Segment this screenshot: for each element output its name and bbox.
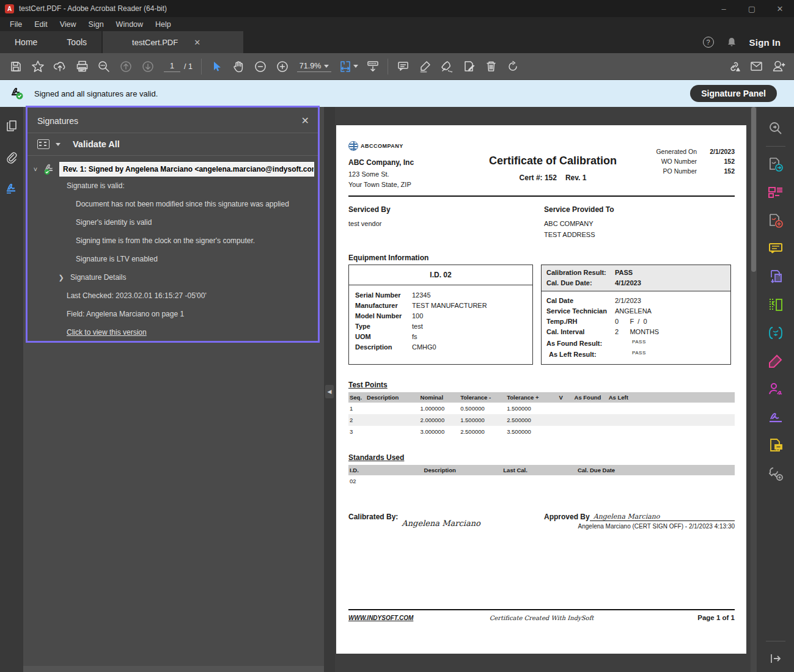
select-tool-button[interactable] xyxy=(205,57,227,76)
panel-options-icon[interactable] xyxy=(37,139,50,149)
view-version-link[interactable]: Click to view this version xyxy=(67,328,147,337)
star-favorites-button[interactable] xyxy=(27,57,49,76)
cal-label: Service Technician xyxy=(546,306,615,316)
combine-files-icon[interactable] xyxy=(762,263,789,291)
chevron-down-icon[interactable] xyxy=(56,143,61,146)
edit-page-button[interactable] xyxy=(458,57,480,76)
organize-pages-icon[interactable] xyxy=(762,291,789,319)
document-viewer[interactable]: ABCCOMPANY ABC Company, Inc 123 Some St.… xyxy=(335,107,751,672)
minimize-button[interactable]: – xyxy=(710,0,738,17)
menu-file[interactable]: File xyxy=(4,17,28,31)
hand-tool-button[interactable] xyxy=(227,57,249,76)
save-button[interactable] xyxy=(5,57,27,76)
more-tools-icon[interactable] xyxy=(762,459,789,488)
footer-center-text: Certificate Created With IndySoft xyxy=(483,615,600,621)
footer-page-number: Page 1 of 1 xyxy=(600,614,735,621)
signature-tree-item[interactable]: ˅ Rev. 1: Signed by Angelena Marciano <a… xyxy=(31,162,314,177)
help-icon[interactable]: ? xyxy=(703,37,714,48)
menu-sign[interactable]: Sign xyxy=(83,17,110,31)
zoom-in-button[interactable] xyxy=(271,57,293,76)
profile-add-button[interactable] xyxy=(767,57,789,76)
expand-panel-icon[interactable] xyxy=(762,650,789,667)
panel-close-icon[interactable]: ✕ xyxy=(301,115,309,126)
signature-panel-button[interactable]: Signature Panel xyxy=(690,85,777,102)
fit-width-dropdown[interactable] xyxy=(335,57,362,76)
cert-number: Cert #: 152 xyxy=(520,173,557,182)
signature-detail-line: Signer's identity is valid xyxy=(31,213,314,232)
export-pdf-icon[interactable] xyxy=(762,150,789,178)
col-id: I.D. xyxy=(348,465,423,475)
as-left-label: As Left Result: xyxy=(546,349,615,360)
edit-pdf-icon[interactable] xyxy=(762,178,789,206)
titlebar: A testCert.PDF - Adobe Acrobat Reader (6… xyxy=(0,0,794,17)
menu-help[interactable]: Help xyxy=(149,17,177,31)
reading-mode-button[interactable] xyxy=(362,57,384,76)
next-page-button[interactable] xyxy=(137,57,159,76)
scrollbar-thumb[interactable] xyxy=(751,107,756,272)
email-button[interactable] xyxy=(745,57,767,76)
signature-details-toggle[interactable]: ❯ Signature Details xyxy=(31,268,314,287)
tab-document[interactable]: testCert.PDF ✕ xyxy=(103,31,243,53)
zoom-level-dropdown[interactable]: 71.9% xyxy=(297,60,331,72)
equipment-title: Equipment Information xyxy=(348,254,735,262)
sign-in-button[interactable]: Sign In xyxy=(749,37,781,48)
tab-home[interactable]: Home xyxy=(0,31,52,53)
compress-pdf-icon[interactable] xyxy=(762,319,789,347)
create-pdf-icon[interactable] xyxy=(762,206,789,235)
certificates-icon[interactable] xyxy=(762,403,789,431)
equip-value: 100 xyxy=(412,311,423,321)
share-link-button[interactable] xyxy=(723,57,745,76)
doc-comment-icon[interactable] xyxy=(762,431,789,459)
fill-sign-tool-icon[interactable] xyxy=(762,347,789,375)
comment-tool-icon[interactable] xyxy=(762,235,789,263)
search-button[interactable] xyxy=(93,57,115,76)
col-as-left: As Left xyxy=(608,392,735,403)
equip-value: 12345 xyxy=(412,290,431,301)
zoom-out-button[interactable] xyxy=(249,57,271,76)
meta-label: WO Number xyxy=(661,157,697,167)
provided-to-line2: TEST ADDRESS xyxy=(544,230,614,241)
provided-to-title: Service Provided To xyxy=(544,205,614,214)
validate-all-button[interactable]: Validate All xyxy=(73,139,120,149)
panel-horizontal-scrollbar[interactable] xyxy=(23,666,324,672)
vertical-scrollbar[interactable] xyxy=(751,107,757,672)
search-tools-icon[interactable] xyxy=(762,114,789,142)
signatures-rail-icon[interactable] xyxy=(4,181,20,197)
request-esign-icon[interactable] xyxy=(762,375,789,403)
attachments-icon[interactable] xyxy=(4,150,20,166)
print-button[interactable] xyxy=(71,57,93,76)
menu-edit[interactable]: Edit xyxy=(28,17,54,31)
signature-rev-label[interactable]: Rev. 1: Signed by Angelena Marciano <ang… xyxy=(59,162,314,177)
refresh-button[interactable] xyxy=(502,57,524,76)
pdf-page: ABCCOMPANY ABC Company, Inc 123 Some St.… xyxy=(336,125,746,654)
cal-value: ANGELENA xyxy=(615,306,652,316)
calibrated-by-label: Calibrated By: xyxy=(348,513,398,530)
equip-value: test xyxy=(412,321,423,332)
menu-window[interactable]: Window xyxy=(110,17,149,31)
close-button[interactable]: ✕ xyxy=(766,0,794,17)
cal-due-value: 4/1/2023 xyxy=(615,278,641,288)
share-cloud-button[interactable] xyxy=(49,57,71,76)
footer-website-link[interactable]: WWW.INDYSOFT.COM xyxy=(348,615,483,621)
previous-page-button[interactable] xyxy=(115,57,137,76)
tab-tools[interactable]: Tools xyxy=(52,31,101,53)
tab-close-icon[interactable]: ✕ xyxy=(194,38,200,47)
chevron-expand-icon[interactable]: ˅ xyxy=(31,166,40,173)
signature-status-bar: Signed and all signatures are valid. Sig… xyxy=(0,80,794,107)
as-found-value: PASS xyxy=(615,338,646,349)
fill-sign-button[interactable] xyxy=(436,57,458,76)
comment-button[interactable] xyxy=(392,57,414,76)
field-line: Field: Angelena Marciano on page 1 xyxy=(31,305,314,323)
page-number-input[interactable]: 1 xyxy=(164,60,180,72)
page-thumbnails-icon[interactable] xyxy=(4,118,20,134)
cal-label: Cal. Interval xyxy=(546,327,615,337)
maximize-button[interactable]: ▢ xyxy=(738,0,766,17)
delete-button[interactable] xyxy=(480,57,502,76)
col-last-cal: Last Cal. xyxy=(502,465,576,475)
signatures-panel-title: Signatures xyxy=(37,116,78,126)
chevron-right-icon: ❯ xyxy=(57,274,65,282)
highlight-button[interactable] xyxy=(414,57,436,76)
menu-view[interactable]: View xyxy=(54,17,83,31)
notifications-bell-icon[interactable] xyxy=(726,37,737,48)
collapse-panel-icon[interactable]: ◀ xyxy=(325,385,334,398)
